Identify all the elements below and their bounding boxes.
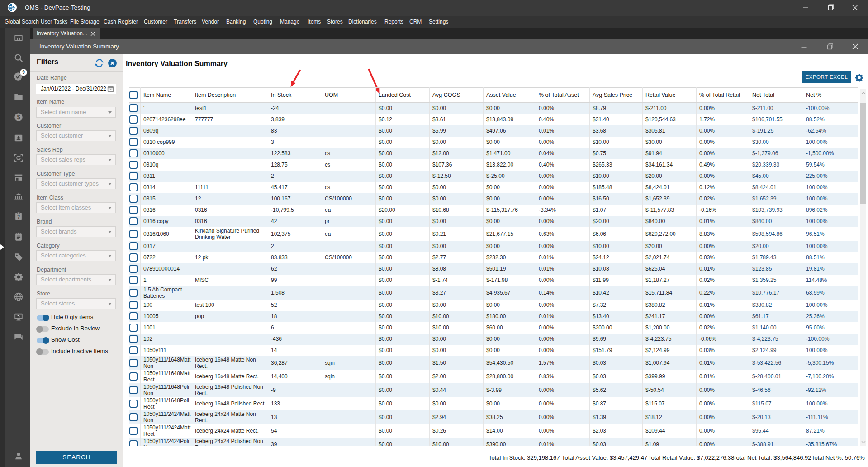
svg-text:$: $ [17,114,20,120]
svg-text:?: ? [17,214,20,219]
